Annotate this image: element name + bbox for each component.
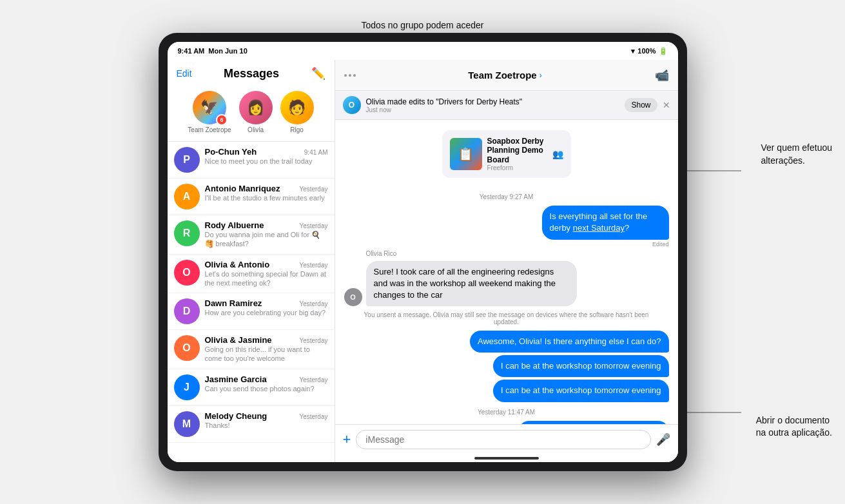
conv-info-antonio: Antonio Manriquez Yesterday I'll be at t… <box>205 184 328 202</box>
conv-time-jasmine: Yesterday <box>299 376 327 383</box>
conv-preview-olivia-antonio: Let's do something special for Dawn at t… <box>205 269 328 288</box>
sender-name-olivia: Olivia Rico <box>366 250 669 257</box>
conv-top: Po-Chun Yeh 9:41 AM <box>205 147 328 157</box>
conv-item-jasmine[interactable]: J Jasmine Garcia Yesterday Can you send … <box>168 369 335 406</box>
chevron-right-icon: › <box>539 71 542 80</box>
conv-time-melody: Yesterday <box>299 413 327 420</box>
jasmine-avatar: J <box>174 374 200 400</box>
app-content: Edit Messages ✏️ 🦅 6 Team Zoetr <box>168 60 678 462</box>
rigo-emoji: 🧑 <box>288 99 306 116</box>
msg-row-sent-1: Is everything all set for the derby next… <box>344 206 669 247</box>
messages-area: 📋 Soapbox Derby Planning Demo Board Free… <box>335 120 678 424</box>
conv-item-rody[interactable]: R Rody Albuerne Yesterday Do you wanna j… <box>168 215 335 255</box>
msg-row-sent-2: Awesome, Olivia! Is there anything else … <box>344 331 669 353</box>
bubble-sent-1: Is everything all set for the derby next… <box>542 206 669 239</box>
conv-item-antonio[interactable]: A Antonio Manriquez Yesterday I'll be at… <box>168 179 335 215</box>
doc-card-type: Freeform <box>487 164 547 171</box>
olivia-avatar: 👩 <box>239 91 273 124</box>
conv-item-pochun[interactable]: P Po-Chun Yeh 9:41 AM Nice to meet you o… <box>168 142 335 179</box>
show-button[interactable]: Show <box>625 98 657 112</box>
status-bar: 9:41 AM Mon Jun 10 ▾ 100% 🔋 <box>168 42 678 60</box>
page-wrapper: Todos no grupo podem aceder ao documento… <box>0 0 845 504</box>
home-indicator <box>335 454 678 462</box>
melody-avatar: M <box>174 411 200 437</box>
conv-name-olivia-jasmine: Olivia & Jasmine <box>205 335 272 345</box>
olivia-antonio-avatar: O <box>174 260 200 286</box>
close-icon[interactable]: ✕ <box>663 100 670 110</box>
sent-bubble-wrapper-1: Is everything all set for the derby next… <box>474 206 669 247</box>
conv-preview-jasmine: Can you send those photos again? <box>205 384 328 393</box>
compose-icon[interactable]: ✏️ <box>311 66 325 81</box>
people-icon: 👥 <box>552 149 563 159</box>
conv-preview: Nice to meet you on the trail today <box>205 157 328 166</box>
sidebar: Edit Messages ✏️ 🦅 6 Team Zoetr <box>168 60 335 462</box>
dot-1 <box>344 74 347 77</box>
conv-item-olivia-antonio[interactable]: O Olivia & Antonio Yesterday Let's do so… <box>168 255 335 294</box>
pinned-item-olivia[interactable]: 👩 Olivia <box>239 91 273 133</box>
doc-card-top[interactable]: 📋 Soapbox Derby Planning Demo Board Free… <box>442 130 571 178</box>
msg-row-sent-3: I can be at the workshop tomorrow evenin… <box>344 355 669 377</box>
conv-preview-dawn: How are you celebrating your big day? <box>205 308 328 317</box>
timestamp-1: Yesterday 9:27 AM <box>344 193 669 200</box>
avatar-initials: 🦅 <box>200 99 218 116</box>
chat-title-group[interactable]: Team Zoetrope › <box>468 70 541 81</box>
conv-info-pochun: Po-Chun Yeh 9:41 AM Nice to meet you on … <box>205 147 328 166</box>
notif-subtext: Just now <box>366 106 620 113</box>
pinned-item-team[interactable]: 🦅 6 Team Zoetrope <box>188 91 231 133</box>
edited-label: Edited <box>652 241 669 247</box>
next-saturday-link[interactable]: next Saturday <box>573 223 625 233</box>
conv-item-olivia-jasmine[interactable]: O Olivia & Jasmine Yesterday Going on th… <box>168 330 335 369</box>
conv-time-antonio: Yesterday <box>299 186 327 193</box>
conv-name-melody: Melody Cheung <box>205 411 267 421</box>
pinned-section: 🦅 6 Team Zoetrope 👩 Olivia <box>177 86 325 136</box>
doc-card-top-wrapper: 📋 Soapbox Derby Planning Demo Board Free… <box>344 125 669 183</box>
edit-button[interactable]: Edit <box>177 68 192 79</box>
timestamp-2: Yesterday 11:47 AM <box>344 409 669 416</box>
notif-content: Olivia made edits to "Drivers for Derby … <box>366 97 620 113</box>
conv-time-olivia-jasmine: Yesterday <box>299 337 327 344</box>
status-date: Mon Jun 10 <box>208 47 248 55</box>
pinned-item-rigo[interactable]: 🧑 Rigo <box>280 91 314 133</box>
conv-name-olivia-antonio: Olivia & Antonio <box>205 260 270 269</box>
ipad-device: 9:41 AM Mon Jun 10 ▾ 100% 🔋 Edit Messag <box>159 33 687 471</box>
conversation-list: P Po-Chun Yeh 9:41 AM Nice to meet you o… <box>168 142 335 462</box>
rigo-avatar: 🧑 <box>280 91 314 124</box>
conv-info-melody: Melody Cheung Yesterday Thanks! <box>205 411 328 430</box>
battery-icon: 🔋 <box>659 47 668 55</box>
pochun-avatar: P <box>174 147 200 173</box>
doc-card-name: Soapbox Derby Planning Demo Board <box>487 137 547 164</box>
antonio-avatar: A <box>174 184 200 209</box>
conv-time: 9:41 AM <box>304 149 328 156</box>
bubble-sent-4: I can be at the workshop tomorrow evenin… <box>493 380 669 402</box>
conv-preview-olivia-jasmine: Going on this ride... if you want to com… <box>205 345 328 363</box>
conv-info-jasmine: Jasmine Garcia Yesterday Can you send th… <box>205 374 328 393</box>
team-zoetrope-avatar: 🦅 6 <box>193 91 226 124</box>
bubble-received-1: Sure! I took care of all the engineering… <box>366 261 578 307</box>
conv-preview-melody: Thanks! <box>205 421 328 430</box>
msg-row-sent-4: I can be at the workshop tomorrow evenin… <box>344 380 669 402</box>
doc-thumbnail: 📋 <box>450 138 482 170</box>
olivia-msg-avatar: O <box>344 288 362 306</box>
right-bottom-callout: Abrir o documento na outra aplicação. <box>756 414 832 440</box>
conv-time-dawn: Yesterday <box>299 300 327 307</box>
conv-info-dawn: Dawn Ramirez Yesterday How are you celeb… <box>205 298 328 317</box>
conv-info-rody: Rody Albuerne Yesterday Do you wanna joi… <box>205 220 328 249</box>
pinned-label-team: Team Zoetrope <box>188 126 231 133</box>
microphone-icon[interactable]: 🎤 <box>656 432 670 447</box>
conv-name-dawn: Dawn Ramirez <box>205 298 262 308</box>
notif-text: Olivia made edits to "Drivers for Derby … <box>366 97 620 106</box>
input-bar: + 🎤 <box>335 424 678 454</box>
conv-item-dawn[interactable]: D Dawn Ramirez Yesterday How are you cel… <box>168 293 335 330</box>
video-call-button[interactable]: 📹 <box>655 68 669 82</box>
conv-name: Po-Chun Yeh <box>205 147 257 157</box>
conv-preview-rody: Do you wanna join me and Oli for 🍳🥞 brea… <box>205 230 328 249</box>
chat-title: Team Zoetrope <box>468 70 536 81</box>
message-input[interactable] <box>356 430 650 449</box>
dawn-avatar: D <box>174 298 200 324</box>
add-attachment-button[interactable]: + <box>343 431 351 448</box>
conv-name-rody: Rody Albuerne <box>205 220 264 230</box>
conv-time-olivia-antonio: Yesterday <box>299 262 327 269</box>
conv-item-melody[interactable]: M Melody Cheung Yesterday Thanks! <box>168 406 335 443</box>
dot-3 <box>353 74 356 77</box>
dot-2 <box>349 74 351 77</box>
